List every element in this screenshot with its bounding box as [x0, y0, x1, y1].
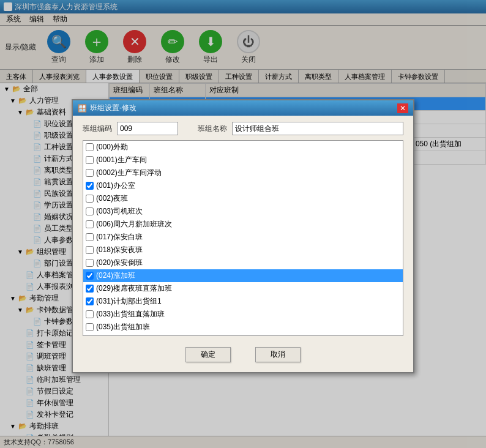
list-item[interactable]: (002)夜班: [83, 192, 403, 205]
list-item[interactable]: (0001)生产车间: [83, 154, 403, 166]
dialog-header-row: 班组编码 班组名称: [83, 122, 403, 135]
checklist-item-label: (035)出货组加班: [96, 322, 150, 332]
dialog-body: 班组编码 班组名称 (000)外勤(0001)生产车间(0002)生产车间浮动(…: [73, 116, 413, 372]
checklist-item-label: (006)周六月薪加班班次: [96, 219, 172, 230]
checklist-item-label: (0002)生产车间浮动: [96, 168, 162, 178]
checklist-checkbox[interactable]: [86, 272, 94, 280]
list-item[interactable]: (036)下午直落班: [83, 334, 403, 336]
list-item[interactable]: (0002)生产车间浮动: [83, 166, 403, 179]
checklist-checkbox[interactable]: [86, 169, 94, 177]
checklist-item-label: (018)保安夜班: [96, 245, 143, 255]
code-input[interactable]: [117, 122, 178, 135]
checklist-checkbox[interactable]: [86, 207, 94, 215]
list-item[interactable]: (024)涨加班: [83, 269, 403, 282]
checklist-item-label: (017)保安白班: [96, 232, 143, 242]
list-item[interactable]: (035)出货组加班: [83, 321, 403, 334]
dialog: 🪟 班组设置-修改 ✕ 班组编码 班组名称 (000)外勤(0001)生产车间(…: [72, 99, 414, 373]
checklist-item-label: (031)计划部出货组1: [96, 296, 162, 307]
checklist-item-label: (000)外勤: [96, 142, 128, 152]
dialog-title-bar: 🪟 班组设置-修改 ✕: [73, 100, 413, 116]
confirm-button[interactable]: 确定: [185, 347, 231, 362]
checklist-checkbox[interactable]: [86, 195, 94, 203]
list-item[interactable]: (017)保安白班: [83, 231, 403, 244]
list-item[interactable]: (003)司机班次: [83, 205, 403, 218]
checklist-item-label: (020)保安倒班: [96, 258, 143, 268]
checklist-item-label: (002)夜班: [96, 193, 128, 204]
cancel-button[interactable]: 取消: [255, 347, 301, 362]
dialog-footer: 确定 取消: [83, 342, 403, 366]
checklist-checkbox[interactable]: [86, 297, 94, 305]
checklist-item-label: (033)出货组直落加班: [96, 309, 165, 319]
checklist-checkbox[interactable]: [86, 156, 94, 164]
code-label: 班组编码: [83, 124, 112, 134]
list-item[interactable]: (006)周六月薪加班班次: [83, 218, 403, 231]
list-item[interactable]: (001)办公室: [83, 179, 403, 192]
checklist-checkbox[interactable]: [86, 259, 94, 267]
list-item[interactable]: (029)楼席夜班直落加班: [83, 282, 403, 295]
name-label: 班组名称: [198, 124, 227, 134]
checklist-checkbox[interactable]: [86, 310, 94, 318]
dialog-overlay: 🪟 班组设置-修改 ✕ 班组编码 班组名称 (000)外勤(0001)生产车间(…: [0, 0, 486, 448]
checklist-area[interactable]: (000)外勤(0001)生产车间(0002)生产车间浮动(001)办公室(00…: [83, 140, 403, 336]
checklist-item-label: (036)下午直落班: [96, 335, 150, 336]
checklist-checkbox[interactable]: [86, 182, 94, 190]
checklist-checkbox[interactable]: [86, 246, 94, 254]
checklist-checkbox[interactable]: [86, 285, 94, 293]
dialog-title-text: 班组设置-修改: [90, 103, 136, 113]
checklist-item-label: (003)司机班次: [96, 206, 143, 217]
checklist-checkbox[interactable]: [86, 143, 94, 151]
list-item[interactable]: (033)出货组直落加班: [83, 308, 403, 321]
list-item[interactable]: (018)保安夜班: [83, 244, 403, 256]
checklist-item-label: (029)楼席夜班直落加班: [96, 283, 172, 294]
checklist-item-label: (024)涨加班: [96, 271, 135, 281]
list-item[interactable]: (031)计划部出货组1: [83, 295, 403, 308]
checklist-checkbox[interactable]: [86, 323, 94, 331]
list-item[interactable]: (000)外勤: [83, 141, 403, 154]
checklist-checkbox[interactable]: [86, 233, 94, 241]
list-item[interactable]: (020)保安倒班: [83, 256, 403, 269]
checklist-item-label: (001)办公室: [96, 181, 135, 191]
dialog-icon: 🪟: [78, 104, 86, 113]
name-input[interactable]: [232, 122, 403, 135]
checklist-checkbox[interactable]: [86, 220, 94, 228]
checklist-item-label: (0001)生产车间: [96, 155, 147, 165]
dialog-close-button[interactable]: ✕: [397, 103, 408, 113]
